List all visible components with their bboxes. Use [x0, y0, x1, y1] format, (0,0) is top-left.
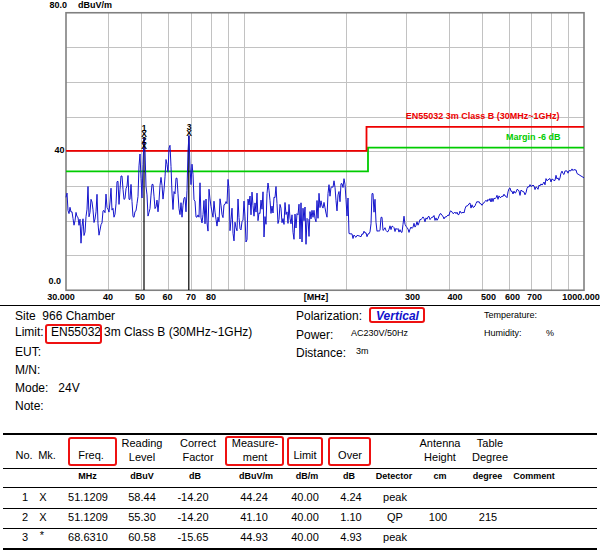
svg-text:0.0: 0.0: [48, 276, 61, 286]
svg-text:dBuV/m: dBuV/m: [78, 0, 112, 10]
svg-text:X: X: [141, 141, 147, 151]
svg-text:50: 50: [135, 292, 145, 302]
svg-text:500: 500: [481, 292, 496, 302]
svg-text:80.0: 80.0: [49, 0, 67, 10]
svg-text:700: 700: [527, 292, 542, 302]
svg-text:[MHz]: [MHz]: [304, 292, 329, 302]
svg-text:400: 400: [447, 292, 462, 302]
svg-text:Margin -6 dB: Margin -6 dB: [506, 132, 561, 142]
svg-text:1000.000: 1000.000: [562, 292, 600, 302]
svg-text:30.000: 30.000: [47, 292, 75, 302]
svg-text:X: X: [186, 128, 192, 138]
svg-text:40: 40: [54, 145, 64, 155]
svg-text:60: 60: [162, 292, 172, 302]
svg-text:40: 40: [103, 292, 113, 302]
svg-text:600: 600: [505, 292, 520, 302]
svg-text:EN55032 3m Class B (30MHz~1GHz: EN55032 3m Class B (30MHz~1GHz): [406, 111, 560, 121]
svg-text:80: 80: [206, 292, 216, 302]
svg-text:300: 300: [405, 292, 420, 302]
svg-text:70: 70: [186, 292, 196, 302]
